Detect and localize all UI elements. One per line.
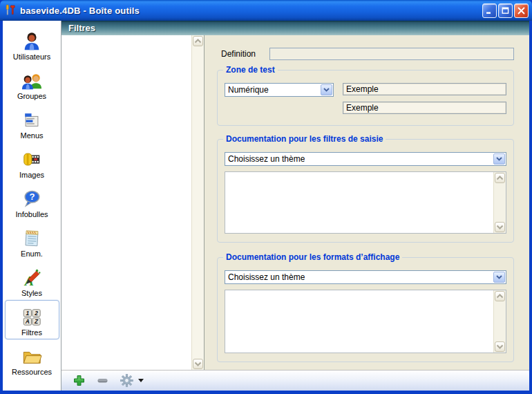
test-type-value: Numérique [228,85,269,95]
sidebar-item-images[interactable]: Images [5,142,59,182]
sidebar-item-label: Filtres [21,328,42,337]
scroll-up-button[interactable] [495,291,505,301]
app-window: basevide.4DB - Boîte outils [0,0,532,394]
toolbox-app-icon [4,4,17,17]
scroll-down-button[interactable] [193,359,203,369]
example-input-2[interactable] [343,102,506,114]
filter-list-scrollbar[interactable] [191,35,204,370]
filter-list[interactable] [61,35,205,370]
film-icon [21,145,42,170]
sidebar-item-label: Images [19,171,44,179]
add-button[interactable] [73,375,85,386]
remove-button[interactable] [97,375,108,386]
scroll-up-button[interactable] [193,36,203,46]
doc-saisie-title: Documentation pour les filtres de saisie [223,134,386,144]
svg-text:2: 2 [34,310,38,317]
doc-affichage-group: Documentation pour les formats d’afficha… [217,257,514,362]
list-toolbar [61,370,529,391]
doc-saisie-scrollbar[interactable] [493,172,506,233]
svg-text:?: ? [29,191,35,202]
window-title: basevide.4DB - Boîte outils [20,6,481,16]
sidebar-item-ressources[interactable]: Ressources [5,339,59,379]
minus-icon [97,375,108,386]
sidebar-item-label: Styles [21,289,42,297]
toolbox-sidebar: Utilisateurs Groupes [3,21,61,391]
scroll-up-button[interactable] [495,173,505,183]
sidebar-item-label: Infobulles [15,210,48,218]
sidebar-item-styles[interactable]: A Styles [5,261,59,300]
filter-keys-icon: 1 2 A Z [21,303,42,328]
help-bubble-icon: ? [21,185,42,209]
doc-affichage-textarea[interactable] [225,290,506,353]
doc-saisie-group: Documentation pour les filtres de saisie… [217,139,514,243]
scroll-down-button[interactable] [495,341,505,352]
sidebar-item-menus[interactable]: Menus [5,103,59,142]
sidebar-item-infobulles[interactable]: ? Infobulles [5,182,59,221]
maximize-button[interactable] [498,3,513,18]
sidebar-item-label: Utilisateurs [13,53,50,61]
users-icon [21,66,42,91]
sidebar-item-label: Groupes [17,92,46,100]
doc-saisie-theme-dropdown[interactable]: Choisissez un thème [225,152,506,166]
sidebar-item-label: Enum. [21,250,43,258]
notepad-icon [21,224,42,249]
user-icon [21,27,42,52]
main-area: Filtres De [61,21,529,391]
page-title-bar: Filtres [61,21,529,35]
chevron-down-icon[interactable] [493,153,505,165]
svg-text:A: A [25,318,30,325]
sidebar-item-enum[interactable]: Enum. [5,221,59,261]
close-button[interactable] [514,3,529,18]
sidebar-item-label: Menus [20,131,43,140]
window-body: Utilisateurs Groupes [3,21,529,391]
doc-saisie-content[interactable] [225,172,493,233]
zone-de-test-group: Zone de test Numérique [217,70,514,126]
sidebar-item-label: Ressources [12,368,52,376]
chevron-down-icon[interactable] [321,84,332,95]
scroll-down-button[interactable] [495,222,505,232]
doc-affichage-theme-dropdown[interactable]: Choisissez un thème [225,270,506,284]
sidebar-item-groupes[interactable]: Groupes [5,64,59,103]
title-bar[interactable]: basevide.4DB - Boîte outils [0,0,532,21]
definition-label: Definition [221,49,269,59]
doc-affichage-content[interactable] [225,290,493,353]
minimize-button[interactable] [482,3,497,18]
doc-affichage-scrollbar[interactable] [493,290,506,353]
test-type-dropdown[interactable]: Numérique [225,83,334,97]
gear-icon [120,374,133,387]
zone-de-test-title: Zone de test [223,65,278,75]
doc-saisie-textarea[interactable] [225,171,506,234]
svg-text:Z: Z [34,318,39,325]
chevron-down-icon[interactable] [493,272,505,283]
sidebar-item-filtres[interactable]: 1 2 A Z Filtres [5,300,59,339]
filter-detail-panel: Definition Zone de test Numérique [205,35,529,370]
folder-icon [21,342,42,367]
actions-menu-button[interactable] [120,374,144,387]
doc-affichage-theme-value: Choisissez un thème [228,272,305,282]
example-input-1[interactable] [343,83,506,95]
paint-letter-icon: A [21,263,42,288]
doc-saisie-theme-value: Choisissez un thème [228,154,305,164]
svg-text:1: 1 [26,310,30,317]
page-title: Filtres [68,23,95,33]
plus-icon [73,375,85,386]
menu-icon [21,106,42,131]
definition-input[interactable] [269,48,514,60]
dropdown-arrow-icon [138,379,144,382]
doc-affichage-title: Documentation pour les formats d’afficha… [223,252,402,262]
sidebar-item-utilisateurs[interactable]: Utilisateurs [5,24,59,64]
